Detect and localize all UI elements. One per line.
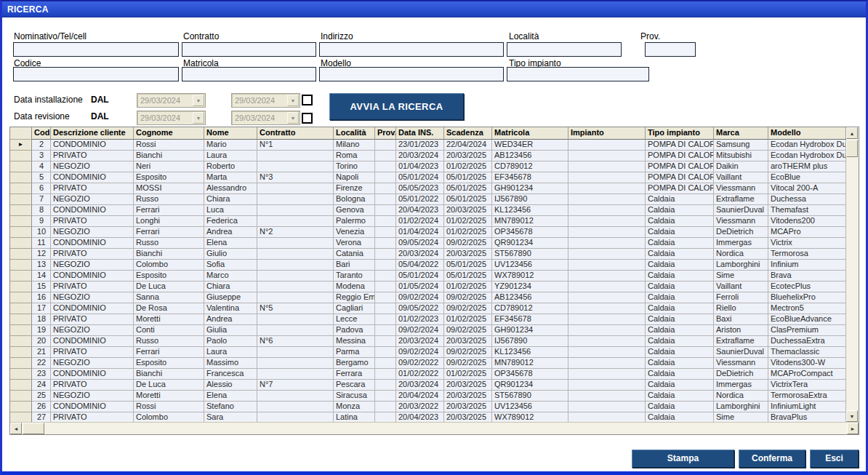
data-installazione-to-combo[interactable]: 29/03/2024 ▼ bbox=[231, 93, 300, 108]
grid-cell[interactable]: Venezia bbox=[334, 227, 375, 238]
grid-cell[interactable]: De Luca bbox=[134, 282, 204, 292]
grid-cell[interactable] bbox=[375, 238, 396, 249]
grid-cell[interactable]: 01/05/2024 bbox=[396, 282, 444, 292]
grid-cell[interactable] bbox=[257, 183, 334, 194]
grid-cell[interactable]: 09/02/2025 bbox=[444, 292, 492, 303]
table-row[interactable]: 10NEGOZIOFerrariAndreaN°2Venezia01/04/20… bbox=[10, 227, 846, 238]
chevron-down-icon[interactable]: ▼ bbox=[193, 95, 204, 106]
grid-cell[interactable]: NEGOZIO bbox=[51, 161, 134, 172]
grid-cell[interactable] bbox=[568, 358, 646, 369]
grid-cell[interactable]: 16 bbox=[32, 292, 51, 303]
grid-cell[interactable]: Francesca bbox=[204, 369, 257, 380]
grid-cell[interactable]: 09/02/2024 bbox=[396, 292, 444, 303]
grid-cell[interactable]: BravaPlus bbox=[768, 412, 846, 422]
grid-cell[interactable]: Verona bbox=[334, 238, 375, 249]
grid-cell[interactable]: 21 bbox=[32, 347, 51, 358]
grid-cell[interactable]: Caldaia bbox=[646, 412, 714, 422]
grid-cell[interactable]: CD789012 bbox=[492, 303, 568, 314]
grid-cell[interactable]: 20/04/2023 bbox=[396, 412, 444, 422]
grid-cell[interactable]: Caldaia bbox=[646, 325, 714, 336]
grid-cell[interactable]: Brava bbox=[768, 271, 846, 282]
data-installazione-from-combo[interactable]: 29/03/2024 ▼ bbox=[137, 93, 206, 108]
grid-cell[interactable]: 20/03/2024 bbox=[396, 249, 444, 260]
row-selector[interactable] bbox=[10, 391, 32, 402]
grid-cell[interactable]: Ecodan Hydrobox Duo bbox=[768, 151, 846, 161]
grid-cell[interactable]: Giuseppe bbox=[204, 292, 257, 303]
grid-cell[interactable]: 11 bbox=[32, 238, 51, 249]
grid-cell[interactable]: Federica bbox=[204, 216, 257, 227]
grid-cell[interactable]: ClasPremium bbox=[768, 325, 846, 336]
grid-cell[interactable]: Viessmann bbox=[714, 358, 768, 369]
grid-cell[interactable]: UV123456 bbox=[492, 402, 568, 412]
grid-cell[interactable]: Bari bbox=[334, 260, 375, 271]
row-selector[interactable] bbox=[10, 412, 32, 422]
grid-cell[interactable]: 20/03/2025 bbox=[444, 380, 492, 391]
grid-cell[interactable] bbox=[257, 194, 334, 205]
grid-cell[interactable]: N°1 bbox=[257, 140, 334, 151]
grid-cell[interactable]: YZ901234 bbox=[492, 282, 568, 292]
grid-cell[interactable] bbox=[257, 412, 334, 422]
grid-cell[interactable]: Esposito bbox=[134, 172, 204, 183]
grid-cell[interactable]: 20/03/2022 bbox=[396, 402, 444, 412]
grid-cell[interactable]: Extraflame bbox=[714, 194, 768, 205]
column-header-data-ins-[interactable]: Data INS. bbox=[396, 127, 444, 140]
grid-cell[interactable]: NEGOZIO bbox=[51, 325, 134, 336]
stampa-button[interactable]: Stampa bbox=[632, 450, 734, 468]
grid-cell[interactable]: KL123456 bbox=[492, 205, 568, 216]
grid-cell[interactable] bbox=[568, 205, 646, 216]
grid-cell[interactable]: 01/02/2024 bbox=[396, 216, 444, 227]
grid-cell[interactable] bbox=[568, 402, 646, 412]
grid-cell[interactable]: Caldaia bbox=[646, 402, 714, 412]
grid-cell[interactable]: Elena bbox=[204, 238, 257, 249]
grid-cell[interactable]: N°6 bbox=[257, 336, 334, 347]
table-row[interactable]: 9PRIVATOLonghiFedericaPalermo01/02/20240… bbox=[10, 216, 846, 227]
grid-cell[interactable] bbox=[375, 183, 396, 194]
grid-cell[interactable]: Ferrara bbox=[334, 369, 375, 380]
scroll-right-icon[interactable]: ► bbox=[847, 423, 859, 434]
grid-cell[interactable]: 20/03/2024 bbox=[396, 151, 444, 161]
grid-cell[interactable]: Andrea bbox=[204, 227, 257, 238]
grid-cell[interactable]: 4 bbox=[32, 161, 51, 172]
grid-cell[interactable] bbox=[375, 292, 396, 303]
grid-cell[interactable]: Valentina bbox=[204, 303, 257, 314]
grid-cell[interactable]: 01/02/2025 bbox=[444, 314, 492, 325]
grid-cell[interactable]: 25 bbox=[32, 391, 51, 402]
grid-cell[interactable]: MN789012 bbox=[492, 358, 568, 369]
table-row[interactable]: 8CONDOMINIOFerrariLucaGenova20/04/202320… bbox=[10, 205, 846, 216]
horizontal-scrollbar[interactable]: ◄ ► bbox=[10, 422, 859, 434]
grid-cell[interactable]: Vaillant bbox=[714, 282, 768, 292]
column-header-localit-[interactable]: Località bbox=[334, 127, 375, 140]
table-row[interactable]: 14CONDOMINIOEspositoMarcoTaranto05/01/20… bbox=[10, 271, 846, 282]
grid-cell[interactable] bbox=[257, 325, 334, 336]
row-selector[interactable] bbox=[10, 161, 32, 172]
grid-cell[interactable]: De Luca bbox=[134, 380, 204, 391]
scroll-up-icon[interactable]: ▲ bbox=[846, 127, 858, 139]
grid-cell[interactable]: Caldaia bbox=[646, 205, 714, 216]
chevron-down-icon[interactable]: ▼ bbox=[287, 112, 299, 124]
table-row[interactable]: 24PRIVATODe LucaAlessioN°7Pescara20/03/2… bbox=[10, 380, 846, 391]
grid-cell[interactable]: Caldaia bbox=[646, 260, 714, 271]
table-row[interactable]: 12PRIVATOBianchiGiulioCatania20/03/20242… bbox=[10, 249, 846, 260]
grid-cell[interactable]: Giulia bbox=[204, 325, 257, 336]
grid-cell[interactable]: PRIVATO bbox=[51, 282, 134, 292]
grid-cell[interactable]: Roma bbox=[334, 151, 375, 161]
grid-cell[interactable]: AB123456 bbox=[492, 151, 568, 161]
grid-cell[interactable] bbox=[257, 292, 334, 303]
grid-cell[interactable]: PRIVATO bbox=[51, 249, 134, 260]
grid-cell[interactable]: 01/02/2023 bbox=[396, 314, 444, 325]
grid-cell[interactable] bbox=[568, 183, 646, 194]
grid-cell[interactable]: Vitodens200 bbox=[768, 216, 846, 227]
grid-cell[interactable]: POMPA DI CALORE bbox=[646, 172, 714, 183]
row-selector[interactable] bbox=[10, 369, 32, 380]
grid-cell[interactable]: Caldaia bbox=[646, 271, 714, 282]
grid-cell[interactable]: Rossi bbox=[134, 402, 204, 412]
row-selector[interactable] bbox=[10, 347, 32, 358]
row-selector[interactable] bbox=[10, 271, 32, 282]
grid-cell[interactable]: 20/03/2025 bbox=[444, 391, 492, 402]
grid-cell[interactable]: AB123456 bbox=[492, 292, 568, 303]
grid-cell[interactable]: Parma bbox=[334, 347, 375, 358]
grid-cell[interactable] bbox=[257, 161, 334, 172]
row-selector[interactable] bbox=[10, 151, 32, 161]
grid-cell[interactable]: GH901234 bbox=[492, 183, 568, 194]
column-header-contratto[interactable]: Contratto bbox=[257, 127, 334, 140]
